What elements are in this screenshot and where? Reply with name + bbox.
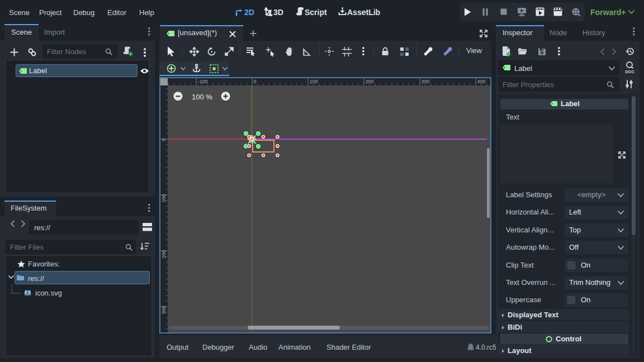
svg-text:-100: -100: [198, 79, 208, 84]
svg-text:200: 200: [366, 79, 374, 84]
svg-text:300: 300: [422, 79, 430, 84]
svg-text:300: 300: [161, 306, 167, 315]
svg-text:0: 0: [161, 139, 167, 141]
svg-text:100: 100: [161, 194, 167, 203]
svg-text:DOC: DOC: [625, 69, 634, 74]
svg-text:0: 0: [254, 79, 257, 84]
svg-text:100: 100: [310, 79, 318, 84]
svg-text:200: 200: [161, 250, 167, 259]
svg-text:400: 400: [477, 79, 486, 84]
